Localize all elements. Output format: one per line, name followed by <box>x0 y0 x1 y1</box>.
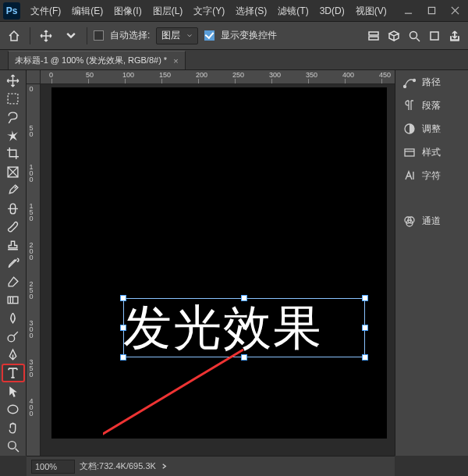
ruler-tick: 200 <box>27 241 35 260</box>
dodge-tool[interactable] <box>2 328 24 345</box>
ruler-tick: 100 <box>122 71 134 79</box>
panel-character-label: 字符 <box>422 169 441 183</box>
panel-paragraph[interactable]: 段落 <box>395 94 468 117</box>
menu-type[interactable]: 文字(Y) <box>188 0 230 22</box>
zoom-level[interactable]: 100% <box>31 460 75 474</box>
transform-handle-tl[interactable] <box>120 295 126 301</box>
ruler-corner <box>27 70 41 83</box>
transform-handle-ml[interactable] <box>120 325 126 331</box>
status-menu-icon[interactable] <box>161 462 168 471</box>
minimize-button[interactable] <box>396 0 420 22</box>
share-icon[interactable] <box>446 27 463 45</box>
svg-rect-9 <box>8 94 18 104</box>
blur-tool[interactable] <box>2 309 24 326</box>
svg-point-18 <box>8 335 15 342</box>
search-icon[interactable] <box>406 27 423 45</box>
svg-point-20 <box>8 405 18 414</box>
show-transform-checkbox[interactable] <box>204 30 214 41</box>
window-controls <box>396 0 466 22</box>
tools-panel <box>0 70 27 456</box>
menu-file[interactable]: 文件(F) <box>25 0 66 22</box>
panel-channels[interactable]: 通道 <box>395 209 468 233</box>
history-brush-tool[interactable] <box>2 254 24 272</box>
align-icon[interactable] <box>365 27 382 45</box>
panel-character[interactable]: 字符 <box>395 164 468 187</box>
dropdown-value: 图层 <box>161 29 180 42</box>
transform-handle-bl[interactable] <box>120 354 126 361</box>
document-tab[interactable]: 未标题-1 @ 100% (发光效果, RGB/8#) * × <box>8 51 186 69</box>
menu-filter[interactable]: 滤镜(T) <box>272 0 314 22</box>
auto-select-dropdown[interactable]: 图层 <box>156 27 198 44</box>
move-tool[interactable] <box>2 72 24 89</box>
brush-tool[interactable] <box>2 218 24 235</box>
menu-image[interactable]: 图像(I) <box>108 0 147 22</box>
menu-view[interactable]: 视图(V) <box>350 0 392 22</box>
close-button[interactable] <box>443 0 466 22</box>
panel-adjustments[interactable]: 调整 <box>395 117 468 140</box>
ruler-tick: 50 <box>27 124 35 137</box>
document-canvas[interactable]: 发光效果 <box>51 87 387 439</box>
3d-mode-icon[interactable] <box>385 27 402 45</box>
menu-select[interactable]: 选择(S) <box>230 0 272 22</box>
svg-rect-27 <box>405 149 414 156</box>
menu-layer[interactable]: 图层(L) <box>147 0 189 22</box>
zoom-tool[interactable] <box>2 437 24 454</box>
panel-paths[interactable]: 路径 <box>395 70 468 94</box>
stamp-tool[interactable] <box>2 236 24 254</box>
main-menu: 文件(F) 编辑(E) 图像(I) 图层(L) 文字(Y) 选择(S) 滤镜(T… <box>25 0 392 22</box>
ruler-horizontal[interactable]: 050100150200250300350400450 <box>27 70 395 84</box>
shape-tool[interactable] <box>2 401 24 418</box>
transform-handle-br[interactable] <box>362 354 368 361</box>
transform-handle-mr[interactable] <box>362 325 368 331</box>
svg-rect-8 <box>431 32 438 40</box>
svg-line-7 <box>417 38 420 41</box>
panel-paragraph-label: 段落 <box>422 99 441 112</box>
move-tool-icon[interactable] <box>37 27 55 45</box>
type-tool[interactable] <box>2 364 24 382</box>
eyedropper-tool[interactable] <box>2 182 24 199</box>
auto-select-checkbox[interactable] <box>94 30 104 41</box>
doc-size: 文档:732.4K/695.3K <box>80 460 156 472</box>
ruler-vertical[interactable]: 050100150200250300350400 <box>27 84 41 456</box>
divider <box>30 27 30 44</box>
hand-tool[interactable] <box>2 419 24 436</box>
ruler-h-track: 050100150200250300350400450 <box>41 70 395 83</box>
quick-select-tool[interactable] <box>2 126 24 144</box>
options-right <box>365 27 463 45</box>
ruler-tick: 300 <box>27 319 35 338</box>
transform-handle-tm[interactable] <box>241 295 247 301</box>
menu-3d[interactable]: 3D(D) <box>314 0 350 22</box>
panel-styles[interactable]: 样式 <box>395 140 468 164</box>
transform-handle-tr[interactable] <box>362 295 368 301</box>
tool-preset-chevron-icon[interactable] <box>62 27 80 45</box>
crop-tool[interactable] <box>2 145 24 162</box>
ruler-tick: 350 <box>306 71 317 79</box>
ruler-tick: 150 <box>27 202 35 221</box>
menu-bar: Ps 文件(F) 编辑(E) 图像(I) 图层(L) 文字(Y) 选择(S) 滤… <box>0 0 468 22</box>
canvas-area[interactable]: 发光效果 <box>41 84 395 456</box>
ruler-tick: 450 <box>379 71 391 79</box>
close-tab-icon[interactable]: × <box>173 56 178 66</box>
text-layer[interactable]: 发光效果 <box>123 298 365 357</box>
menu-edit[interactable]: 编辑(E) <box>66 0 108 22</box>
lasso-tool[interactable] <box>2 108 24 126</box>
pen-tool[interactable] <box>2 346 24 363</box>
panel-channels-label: 通道 <box>422 215 441 228</box>
svg-rect-1 <box>428 7 434 13</box>
healing-tool[interactable] <box>2 200 24 217</box>
frame-tool[interactable] <box>2 163 24 180</box>
eraser-tool[interactable] <box>2 273 24 290</box>
document-title: 未标题-1 @ 100% (发光效果, RGB/8#) * <box>15 55 167 66</box>
svg-line-19 <box>14 332 18 336</box>
ruler-tick: 300 <box>269 71 281 79</box>
maximize-button[interactable] <box>420 0 443 22</box>
quick-share-icon[interactable] <box>426 27 443 45</box>
ruler-tick: 100 <box>27 163 35 182</box>
ruler-tick: 200 <box>196 71 207 79</box>
home-icon[interactable] <box>5 27 23 45</box>
marquee-tool[interactable] <box>2 90 24 107</box>
path-select-tool[interactable] <box>2 382 24 400</box>
gradient-tool[interactable] <box>2 291 24 308</box>
transform-handle-bm[interactable] <box>241 354 247 361</box>
svg-point-24 <box>404 86 406 88</box>
